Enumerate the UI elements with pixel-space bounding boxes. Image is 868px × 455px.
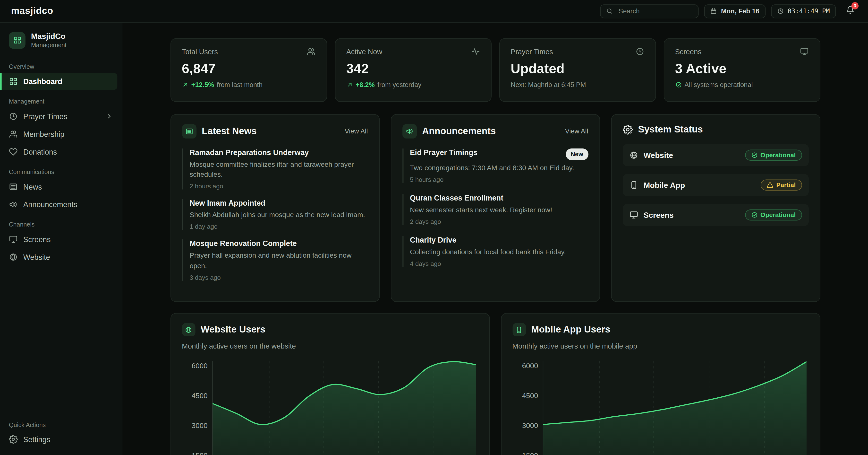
svg-text:6000: 6000 (191, 362, 208, 370)
notifications-button[interactable]: 3 (846, 6, 855, 17)
check-circle-icon (751, 212, 757, 218)
sidebar-item-label: Announcements (23, 200, 77, 208)
status-label: Operational (761, 152, 796, 159)
dashboard-icon (9, 77, 18, 86)
svg-text:3000: 3000 (522, 422, 538, 429)
announcement-item-title: Eid Prayer Timings (410, 148, 477, 157)
megaphone-icon (9, 200, 18, 209)
stat-change: +8.2% (355, 81, 374, 89)
sidebar-item-label: Settings (23, 435, 50, 443)
gear-icon (622, 125, 632, 135)
nav-section-overview: Overview (9, 63, 113, 70)
brand-logo-icon (9, 32, 25, 48)
status-badge-operational: Operational (745, 209, 802, 221)
announcement-item-body: New semester starts next week. Register … (410, 205, 588, 215)
panel-title: System Status (638, 124, 703, 135)
gear-icon (9, 435, 18, 444)
status-label: Operational (761, 212, 796, 218)
sidebar-item-dashboard[interactable]: Dashboard (0, 73, 117, 90)
news-icon (185, 127, 193, 135)
date-label: Mon, Feb 16 (721, 7, 760, 15)
status-label: Partial (776, 182, 796, 188)
sidebar-item-label: Donations (23, 148, 57, 156)
stat-title: Total Users (182, 48, 218, 56)
announcement-item-title: Charity Drive (410, 236, 588, 244)
svg-text:6000: 6000 (522, 362, 538, 370)
panels-row: Latest News View All Ramadan Preparation… (170, 114, 820, 302)
megaphone-icon (406, 127, 413, 135)
panel-title: Latest News (202, 126, 257, 137)
search-input[interactable] (618, 6, 693, 15)
sidebar-spacer (0, 266, 122, 414)
sidebar-bottom: Quick Actions Settings (0, 414, 122, 455)
sidebar-item-screens[interactable]: Screens (4, 231, 117, 248)
stat-title: Screens (675, 48, 702, 56)
announcement-item[interactable]: Charity Drive Collecting donations for l… (402, 236, 588, 267)
sidebar-item-membership[interactable]: Membership (4, 126, 117, 142)
announcement-item-time: 2 days ago (410, 218, 588, 225)
news-icon (9, 182, 18, 191)
svg-text:1500: 1500 (522, 451, 538, 455)
news-item-title: New Imam Appointed (190, 199, 368, 207)
chart-subtitle: Monthly active users on the mobile app (512, 342, 808, 350)
stat-change-note: from last month (217, 81, 262, 89)
announcement-item[interactable]: Eid Prayer Timings New Two congregations… (402, 148, 588, 182)
stats-grid: Total Users 6,847 +12.5% from last month (170, 38, 820, 102)
news-item-title: Mosque Renovation Complete (190, 240, 368, 248)
heart-icon (9, 147, 18, 156)
smartphone-icon (629, 180, 638, 189)
panel-title: Announcements (422, 126, 496, 137)
stat-card-total-users: Total Users 6,847 +12.5% from last month (170, 38, 327, 102)
clock-icon (9, 112, 18, 121)
sidebar-item-label: News (23, 182, 42, 191)
announcements-panel: Announcements View All Eid Prayer Timing… (391, 114, 600, 302)
chart-subtitle: Monthly active users on the website (182, 342, 478, 350)
app-logo[interactable]: masjidco (11, 6, 53, 17)
sidebar-item-label: Prayer Times (23, 112, 67, 120)
sidebar-item-settings[interactable]: Settings (4, 431, 117, 448)
monitor-icon (629, 210, 638, 219)
monitor-icon (800, 47, 808, 56)
sidebar-item-news[interactable]: News (4, 178, 117, 195)
sidebar-item-website[interactable]: Website (4, 249, 117, 265)
news-item[interactable]: Ramadan Preparations Underway Mosque com… (182, 148, 368, 190)
trend-up-icon (346, 81, 353, 88)
stat-title: Active Now (346, 48, 382, 56)
news-view-all-link[interactable]: View All (345, 127, 368, 135)
sidebar-item-prayer-times[interactable]: Prayer Times (4, 108, 117, 125)
nav-section-channels: Channels (9, 221, 113, 228)
sidebar-item-label: Screens (23, 235, 51, 244)
stat-card-active-now: Active Now 342 +8.2% from yesterday (335, 38, 491, 102)
topbar-right: Mon, Feb 16 03:41:49 PM 3 (600, 4, 857, 18)
status-name: Screens (644, 210, 674, 219)
status-name: Website (644, 151, 673, 160)
news-item-time: 1 day ago (190, 223, 368, 230)
news-item[interactable]: New Imam Appointed Sheikh Abdullah joins… (182, 199, 368, 230)
globe-icon (185, 326, 192, 333)
stat-change: +12.5% (191, 81, 214, 89)
nav-section-communications: Communications (9, 168, 113, 175)
brand: MasjidCo Management (0, 29, 122, 55)
brand-subtitle: Management (31, 41, 66, 49)
news-item-body: Prayer hall expansion and new ablution f… (190, 251, 368, 271)
nav-section-management: Management (9, 98, 113, 105)
search-box[interactable] (600, 4, 699, 18)
announcement-item[interactable]: Quran Classes Enrollment New semester st… (402, 194, 588, 225)
date-chip[interactable]: Mon, Feb 16 (704, 4, 766, 18)
status-name: Mobile App (644, 180, 685, 189)
search-icon (607, 8, 613, 15)
announcement-item-body: Collecting donations for local food bank… (410, 247, 588, 257)
stat-value: 6,847 (182, 61, 315, 77)
stat-note: All systems operational (684, 81, 753, 89)
status-row-website: Website Operational (622, 144, 808, 166)
globe-icon (629, 151, 638, 160)
sidebar-item-donations[interactable]: Donations (4, 144, 117, 160)
announcements-view-all-link[interactable]: View All (565, 127, 588, 135)
brand-name: MasjidCo (31, 32, 66, 41)
news-item[interactable]: Mosque Renovation Complete Prayer hall e… (182, 240, 368, 281)
sidebar-item-announcements[interactable]: Announcements (4, 196, 117, 213)
status-row-mobile-app: Mobile App Partial (622, 174, 808, 196)
chart-title: Mobile App Users (531, 324, 610, 335)
news-item-body: Mosque committee finalizes iftar and tar… (190, 160, 368, 180)
monitor-icon (9, 235, 18, 244)
